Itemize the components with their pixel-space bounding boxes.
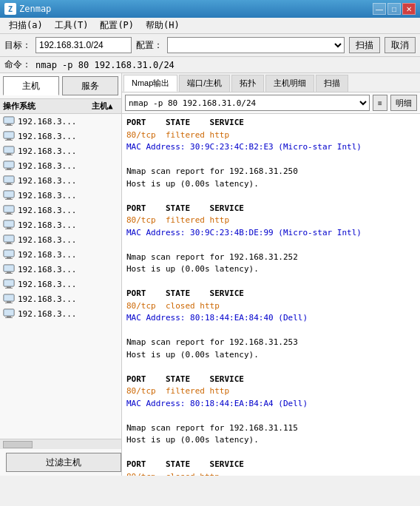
maximize-button[interactable]: □ [387, 3, 401, 15]
svg-rect-27 [5, 214, 13, 215]
menu-scan[interactable]: 扫描(a) [3, 18, 49, 33]
menu-config[interactable]: 配置(P) [94, 18, 140, 33]
output-line: MAC Address: 80:18:44:EA:84:40 (Dell) [126, 312, 416, 325]
output-line [126, 154, 416, 166]
list-item[interactable]: 192.168.3... [0, 203, 121, 217]
list-item[interactable]: 192.168.3... [0, 277, 121, 291]
horizontal-scrollbar[interactable] [0, 439, 121, 449]
command-value: nmap -p 80 192.168.31.0/24 [35, 60, 175, 70]
host-ip: 192.168.3... [18, 235, 76, 245]
computer-icon [3, 146, 15, 156]
menu-help[interactable]: 帮助(H) [140, 18, 186, 33]
output-menu-button[interactable]: ≡ [373, 95, 387, 111]
list-item[interactable]: 192.168.3... [0, 188, 121, 203]
tab-nmap-output[interactable]: Nmap输出 [123, 75, 177, 92]
svg-rect-18 [7, 183, 11, 184]
output-line: MAC Address: 80:18:44:EA:B4:A4 (Dell) [126, 398, 416, 411]
list-item[interactable]: 192.168.3... [0, 232, 121, 247]
scrollbar-thumb[interactable] [3, 441, 33, 448]
computer-icon [3, 249, 15, 260]
svg-rect-33 [4, 235, 14, 242]
host-ip: 192.168.3... [18, 146, 76, 156]
target-input[interactable] [35, 37, 132, 53]
tab-ports-hosts[interactable]: 端口/主机 [179, 75, 230, 92]
left-panel: 主机 服务 操作系统 主机 ▲ 192.168.3... 192.168.3..… [0, 73, 122, 476]
host-ip: 192.168.3... [18, 191, 76, 200]
close-button[interactable]: ✕ [402, 3, 416, 15]
tab-host-details[interactable]: 主机明细 [265, 75, 314, 92]
output-line: Nmap scan report for 192.168.31.253 [126, 337, 416, 349]
host-ip: 192.168.3... [18, 132, 76, 141]
svg-rect-19 [5, 184, 13, 185]
filter-area: 过滤主机 [0, 449, 121, 476]
app-icon: Z [4, 3, 16, 15]
right-panel: Nmap输出端口/主机拓扑主机明细扫描 nmap -p 80 192.168.3… [122, 73, 420, 476]
output-line [126, 361, 416, 374]
panel-buttons: 主机 服务 [0, 73, 121, 99]
cancel-button[interactable]: 取消 [385, 37, 416, 53]
host-list: 192.168.3... 192.168.3... 192.168.3... 1… [0, 114, 121, 439]
output-line [126, 447, 416, 459]
host-ip: 192.168.3... [18, 176, 76, 186]
computer-icon [3, 264, 15, 274]
computer-icon [3, 116, 15, 127]
list-item[interactable]: 192.168.3... [0, 173, 121, 188]
profile-label: 配置： [136, 39, 163, 52]
svg-rect-30 [7, 227, 11, 229]
list-item[interactable]: 192.168.3... [0, 217, 121, 232]
svg-rect-51 [5, 303, 13, 303]
svg-rect-37 [4, 250, 14, 257]
header-host: 主机 [92, 101, 108, 112]
output-line: 80/tcp filtered http [126, 215, 416, 227]
output-line: PORT STATE SERVICE [126, 203, 416, 215]
svg-rect-43 [5, 273, 13, 274]
host-ip: 192.168.3... [18, 161, 76, 171]
filter-button[interactable]: 过滤主机 [6, 453, 121, 472]
svg-rect-45 [4, 280, 14, 286]
svg-rect-21 [4, 191, 14, 198]
svg-rect-39 [5, 258, 13, 259]
svg-rect-17 [4, 176, 14, 183]
detail-button[interactable]: 明细 [390, 95, 417, 111]
list-item[interactable]: 192.168.3... [0, 262, 121, 277]
output-line: 80/tcp filtered http [126, 385, 416, 398]
output-line [126, 410, 416, 422]
tab-scan[interactable]: 扫描 [316, 75, 348, 92]
service-button[interactable]: 服务 [62, 76, 118, 95]
list-item[interactable]: 192.168.3... [0, 158, 121, 173]
main-area: 主机 服务 操作系统 主机 ▲ 192.168.3... 192.168.3..… [0, 73, 420, 476]
svg-rect-22 [7, 198, 11, 199]
computer-icon [3, 235, 15, 245]
list-item[interactable]: 192.168.3... [0, 114, 121, 129]
menu-tools[interactable]: 工具(T) [49, 18, 95, 33]
list-item[interactable]: 192.168.3... [0, 144, 121, 158]
profile-select[interactable] [167, 37, 345, 53]
output-line: Nmap scan report for 192.168.31.115 [126, 422, 416, 435]
output-select[interactable]: nmap -p 80 192.168.31.0/24 [125, 95, 370, 111]
computer-icon [3, 205, 15, 215]
list-item[interactable]: 192.168.3... [0, 306, 121, 321]
host-ip: 192.168.3... [18, 294, 76, 304]
output-line: Host is up (0.00s latency). [126, 263, 416, 276]
host-ip: 192.168.3... [18, 280, 76, 289]
output-line [126, 276, 416, 289]
svg-rect-42 [7, 271, 11, 273]
scan-button[interactable]: 扫描 [349, 37, 380, 53]
list-item[interactable]: 192.168.3... [0, 247, 121, 262]
svg-rect-34 [7, 242, 11, 243]
svg-rect-35 [5, 243, 13, 244]
list-item[interactable]: 192.168.3... [0, 291, 121, 306]
minimize-button[interactable]: — [373, 3, 386, 15]
output-line: 80/tcp closed http [126, 300, 416, 313]
tab-topology[interactable]: 拓扑 [231, 75, 264, 92]
header-os: 操作系统 [3, 101, 92, 112]
menu-bar: 扫描(a) 工具(T) 配置(P) 帮助(H) [0, 18, 420, 34]
output-line: Host is up (0.00s latency). [126, 349, 416, 362]
svg-rect-41 [4, 265, 14, 271]
list-item[interactable]: 192.168.3... [0, 129, 121, 144]
computer-icon [3, 190, 15, 200]
computer-icon [3, 131, 15, 141]
host-button[interactable]: 主机 [3, 76, 59, 95]
title-bar: Z Zenmap — □ ✕ [0, 0, 420, 18]
svg-rect-47 [5, 288, 13, 289]
